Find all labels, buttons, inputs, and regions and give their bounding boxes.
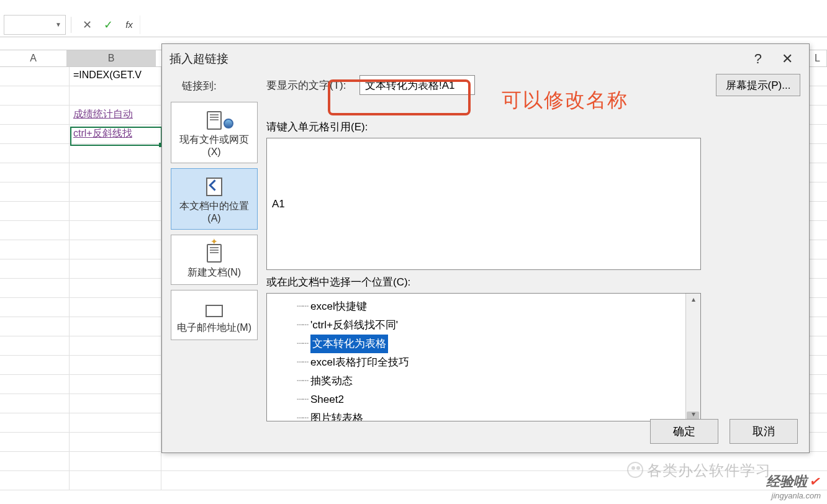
- hyperlink[interactable]: 成绩统计自动: [73, 109, 133, 119]
- close-button[interactable]: ✕: [773, 47, 802, 71]
- confirm-formula-button[interactable]: ✓: [97, 16, 119, 34]
- cellref-input[interactable]: [266, 138, 701, 270]
- name-box[interactable]: ▼: [4, 15, 66, 35]
- page-arrow-icon: [174, 176, 255, 197]
- cellref-label: 请键入单元格引用(E):: [266, 115, 800, 138]
- display-text-input[interactable]: [359, 75, 475, 95]
- new-doc-icon: [174, 243, 255, 264]
- wechat-icon: [627, 462, 643, 478]
- tree-item[interactable]: ┄┄'ctrl+反斜线找不同': [271, 316, 697, 335]
- formula-input[interactable]: [140, 16, 827, 34]
- check-icon: ✓: [808, 472, 822, 490]
- help-button[interactable]: ?: [743, 47, 773, 71]
- display-text-label: 要显示的文字(T):: [266, 78, 359, 92]
- cell[interactable]: [0, 67, 70, 86]
- col-header-L[interactable]: L: [808, 50, 827, 66]
- linkto-existing-file[interactable]: 现有文件或网页(X): [171, 102, 258, 163]
- watermark: 经验啦✓ jingyanla.com: [766, 472, 821, 500]
- formula-bar: ▼ ✕ ✓ fx: [0, 12, 827, 37]
- cancel-formula-button[interactable]: ✕: [76, 16, 97, 34]
- scrollbar[interactable]: ▴ ▾: [685, 294, 700, 421]
- place-label: 或在此文档中选择一个位置(C):: [266, 270, 800, 293]
- cell-B1[interactable]: =INDEX(GET.V: [70, 67, 161, 86]
- linkto-place-in-doc[interactable]: 本文档中的位置(A): [171, 168, 258, 230]
- linkto-new-doc[interactable]: 新建文档(N): [171, 235, 258, 285]
- ok-button[interactable]: 确定: [650, 419, 718, 444]
- linkto-label: 链接到:: [171, 74, 258, 102]
- tree-item[interactable]: ┄┄excel表格打印全技巧: [271, 353, 697, 372]
- col-header-A[interactable]: A: [0, 50, 67, 66]
- insert-function-button[interactable]: fx: [119, 16, 140, 34]
- watermark: 各类办公软件学习: [627, 461, 771, 480]
- insert-hyperlink-dialog: 插入超链接 ? ✕ 链接到: 现有文件或网页(X) 本文档中的位置(A) 新建文…: [161, 43, 810, 453]
- page-globe-icon: [174, 110, 255, 131]
- tree-item[interactable]: ┄┄图片转表格: [271, 409, 697, 421]
- linkto-email[interactable]: 电子邮件地址(M): [171, 290, 258, 340]
- hyperlink[interactable]: ctrl+反斜线找: [73, 128, 132, 138]
- tree-item[interactable]: ┄┄excel快捷键: [271, 297, 697, 316]
- cancel-button[interactable]: 取消: [730, 419, 798, 444]
- scroll-up-icon[interactable]: ▴: [686, 294, 700, 306]
- cell-B4[interactable]: ctrl+反斜线找: [70, 125, 161, 143]
- tree-item[interactable]: ┄┄抽奖动态: [271, 372, 697, 390]
- tree-item-selected[interactable]: ┄┄文本转化为表格: [271, 335, 697, 353]
- col-header-B[interactable]: B: [67, 50, 156, 66]
- place-tree[interactable]: ┄┄excel快捷键 ┄┄'ctrl+反斜线找不同' ┄┄文本转化为表格 ┄┄e…: [266, 293, 701, 421]
- dialog-titlebar: 插入超链接 ? ✕: [162, 44, 809, 74]
- separator: [71, 17, 71, 33]
- mail-icon: [174, 298, 255, 319]
- cell-B3[interactable]: 成绩统计自动: [70, 106, 161, 124]
- tree-item[interactable]: ┄┄Sheet2: [271, 390, 697, 409]
- dialog-title: 插入超链接: [169, 51, 228, 67]
- screen-tip-button[interactable]: 屏幕提示(P)...: [716, 74, 800, 96]
